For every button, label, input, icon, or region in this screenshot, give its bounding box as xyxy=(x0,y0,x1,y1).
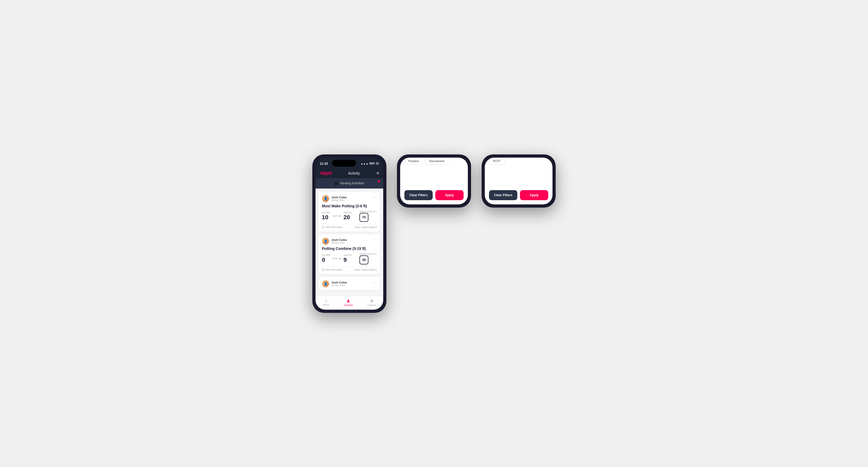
total-value-1: 20 xyxy=(344,214,350,221)
apply-btn-3[interactable]: Apply xyxy=(520,190,548,200)
viewing-icon-1: ⊞ xyxy=(335,181,338,186)
card-user-3: 👤 Josh Coles 28 Feb 2023 xyxy=(322,280,347,287)
avatar-img-3: 👤 xyxy=(322,280,329,287)
wifi-icon-1: WiFi xyxy=(369,162,375,165)
card-footer-2: i Test Information Data: Clippd Capture xyxy=(322,267,377,271)
status-icons-1: ▲▲▲ WiFi 51 xyxy=(361,162,379,165)
putt-btn-3[interactable]: PUTT xyxy=(489,158,505,165)
info-text-1: Test Information xyxy=(326,226,342,228)
card-header-3: 👤 Josh Coles 28 Feb 2023 ··· xyxy=(322,280,377,287)
drills-filter-buttons-3: OTT APP ARG PUTT xyxy=(489,158,548,165)
status-bar-1: 11:33 ▲▲▲ WiFi 51 xyxy=(315,158,383,169)
phone-2-inner: 11:33 ▲▲▲ WiFi 51 clippd Activity ≡ ⊞ Vi… xyxy=(400,158,468,205)
phone-2: 11:33 ▲▲▲ WiFi 51 clippd Activity ≡ ⊞ Vi… xyxy=(397,154,471,208)
capture-label-1: Capture xyxy=(368,304,376,307)
shot-quality-badge-2: 45 xyxy=(360,255,368,264)
activity-card-2[interactable]: 👤 Josh Coles 28 Feb 2023 ··· Putting Com… xyxy=(319,234,380,274)
nav-activities-1[interactable]: ♟ Activities xyxy=(344,298,353,307)
user-name-1: Josh Coles xyxy=(331,196,347,199)
dynamic-island-1 xyxy=(332,160,356,166)
score-value-2: 0 xyxy=(322,256,325,263)
score-label-1: Score xyxy=(322,211,330,214)
card-header-2: 👤 Josh Coles 28 Feb 2023 ··· xyxy=(322,238,377,245)
filter-modal-3: Filter ✕ Show Rounds Practice Drills Pra… xyxy=(485,158,553,205)
card-more-1[interactable]: ··· xyxy=(373,195,377,199)
clear-filters-btn-2[interactable]: Clear Filters xyxy=(404,190,433,200)
card-stats-2: Score 0 OUT OF Shots 9 Shot Quality 45 xyxy=(322,253,377,264)
user-info-1: Josh Coles 28 Feb 2023 xyxy=(331,196,347,201)
card-footer-1: i Test Information Data: Clippd Capture xyxy=(322,224,377,228)
content-1: 👤 Josh Coles 28 Feb 2023 ··· Must Make P… xyxy=(315,189,383,296)
practice-round-btn-2[interactable]: Practice xyxy=(404,158,423,165)
user-info-3: Josh Coles 28 Feb 2023 xyxy=(331,281,347,287)
total-value-2: 9 xyxy=(344,256,347,263)
nav-home-1[interactable]: ⌂ Home xyxy=(323,298,329,306)
out-of-1: OUT OF xyxy=(333,215,341,217)
phone-3: 11:33 ▲▲▲ WiFi 51 clippd Activity ≡ ⊞ Vi… xyxy=(482,154,556,208)
tournament-btn-2[interactable]: Tournament xyxy=(425,158,448,165)
card-more-2[interactable]: ··· xyxy=(373,238,377,242)
user-name-3: Josh Coles xyxy=(331,281,347,284)
nav-bar-1: clippd Activity ≡ xyxy=(315,169,383,178)
viewing-dot-1 xyxy=(378,180,380,183)
battery-icon-1: 51 xyxy=(376,162,379,165)
phone-1: 11:33 ▲▲▲ WiFi 51 clippd Activity ≡ ⊞ Vi… xyxy=(312,154,386,313)
clear-filters-btn-3[interactable]: Clear Filters xyxy=(489,190,517,200)
signal-icon-1: ▲▲▲ xyxy=(361,162,368,165)
phones-container: 11:33 ▲▲▲ WiFi 51 clippd Activity ≡ ⊞ Vi… xyxy=(312,154,556,313)
modal-footer-2: Clear Filters Apply xyxy=(404,190,464,200)
user-date-2: 28 Feb 2023 xyxy=(331,242,347,244)
shots-label-1: Shots xyxy=(344,211,352,214)
info-text-2: Test Information xyxy=(326,269,342,271)
card-footer-left-1: i Test Information xyxy=(322,226,342,228)
nav-title-1: Activity xyxy=(348,171,360,175)
phone-1-inner: 11:33 ▲▲▲ WiFi 51 clippd Activity ≡ ⊞ Vi… xyxy=(315,158,383,310)
user-date-3: 28 Feb 2023 xyxy=(331,284,347,287)
data-text-1: Data: Clippd Capture xyxy=(355,226,377,228)
avatar-img-1: 👤 xyxy=(322,195,329,202)
menu-icon-1[interactable]: ≡ xyxy=(377,171,379,175)
home-icon-1: ⌂ xyxy=(325,298,328,303)
viewing-bar-1[interactable]: ⊞ Viewing Activities xyxy=(315,178,383,189)
card-user-1: 👤 Josh Coles 28 Feb 2023 xyxy=(322,195,347,202)
shot-quality-label-1: Shot Quality xyxy=(360,210,377,213)
info-icon-2: i xyxy=(322,269,324,271)
out-of-2: OUT OF xyxy=(333,257,341,260)
modal-footer-3: Clear Filters Apply xyxy=(489,190,548,200)
info-icon-1: i xyxy=(322,226,324,228)
phone-3-inner: 11:33 ▲▲▲ WiFi 51 clippd Activity ≡ ⊞ Vi… xyxy=(485,158,553,205)
user-info-2: Josh Coles 28 Feb 2023 xyxy=(331,238,347,244)
nav-capture-1[interactable]: ⊕ Capture xyxy=(368,298,376,307)
home-label-1: Home xyxy=(323,304,329,306)
card-user-2: 👤 Josh Coles 28 Feb 2023 xyxy=(322,238,347,245)
score-value-1: 10 xyxy=(322,214,328,221)
avatar-2: 👤 xyxy=(322,238,329,245)
card-footer-left-2: i Test Information xyxy=(322,269,342,271)
activities-label-1: Activities xyxy=(344,304,353,307)
shot-quality-badge-1: 75 xyxy=(360,213,368,222)
capture-icon-1: ⊕ xyxy=(370,298,373,303)
avatar-3: 👤 xyxy=(322,280,329,287)
avatar-1: 👤 xyxy=(322,195,329,202)
shots-label-2: Shots xyxy=(344,254,352,256)
user-name-2: Josh Coles xyxy=(331,238,347,242)
avatar-img-2: 👤 xyxy=(322,238,329,245)
activity-card-1[interactable]: 👤 Josh Coles 28 Feb 2023 ··· Must Make P… xyxy=(319,192,380,232)
data-text-2: Data: Clippd Capture xyxy=(355,269,377,271)
card-more-3[interactable]: ··· xyxy=(373,280,377,284)
shot-quality-label-2: Shot Quality xyxy=(360,253,377,255)
card-title-1: Must Make Putting (3-6 ft) xyxy=(322,204,377,208)
logo-1: clippd xyxy=(320,171,331,176)
score-label-2: Score xyxy=(322,254,330,256)
bottom-nav-1: ⌂ Home ♟ Activities ⊕ Capture xyxy=(315,296,383,310)
filter-modal-2: Filter ✕ Show Rounds Practice Drills Rou… xyxy=(400,158,468,205)
activity-card-3[interactable]: 👤 Josh Coles 28 Feb 2023 ··· xyxy=(319,277,380,290)
card-stats-1: Score 10 OUT OF Shots 20 Shot Quality 75 xyxy=(322,210,377,222)
viewing-text-1: Viewing Activities xyxy=(340,181,365,185)
activities-icon-1: ♟ xyxy=(346,298,350,303)
time-1: 11:33 xyxy=(320,162,328,165)
user-date-1: 28 Feb 2023 xyxy=(331,199,347,201)
card-header-1: 👤 Josh Coles 28 Feb 2023 ··· xyxy=(322,195,377,202)
apply-btn-2[interactable]: Apply xyxy=(435,190,464,200)
card-title-2: Putting Combine (3-15 ft) xyxy=(322,246,377,251)
